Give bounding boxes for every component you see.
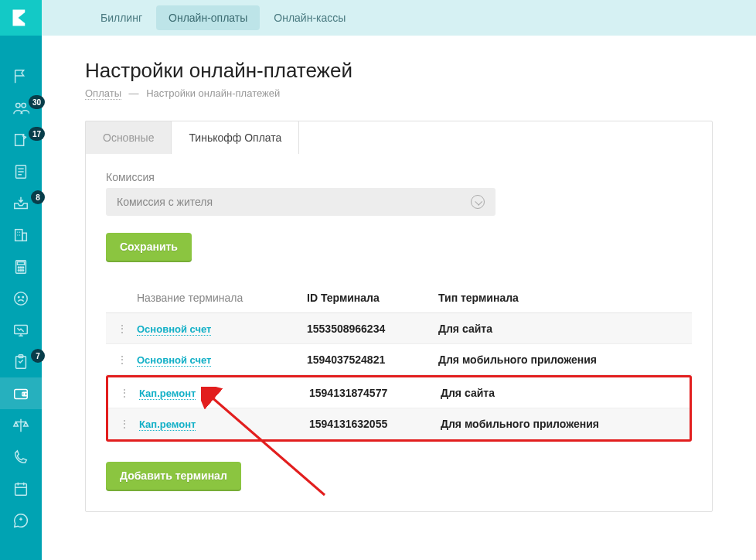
drag-handle-icon[interactable]: ⋮ (108, 418, 139, 430)
nav-item-phone[interactable] (0, 441, 42, 473)
svg-point-11 (20, 269, 22, 271)
nav-item-flag[interactable] (0, 60, 42, 92)
subtab-tinkoff[interactable]: Тинькофф Оплата (171, 121, 299, 154)
terminal-link[interactable]: Кап.ремонт (139, 418, 196, 431)
nav-item-sad-face[interactable] (0, 282, 42, 314)
terminal-link[interactable]: Основной счет (137, 323, 211, 336)
terminal-id: 1594131632055 (309, 418, 441, 430)
drag-handle-icon[interactable]: ⋮ (108, 387, 139, 399)
nav-badge-inbox: 8 (31, 190, 45, 204)
nav-item-calculator[interactable] (0, 251, 42, 282)
commission-value: Комиссия с жителя (117, 196, 213, 208)
nav-item-wallet[interactable] (0, 377, 42, 409)
nav-badge-clipboard: 7 (31, 349, 45, 363)
topbar: Биллинг Онлайн-оплаты Онлайн-кассы (42, 0, 756, 36)
page-title: Настройки онлайн-платежей (85, 59, 713, 83)
breadcrumb-current: Настройки онлайн-платежей (146, 87, 280, 99)
svg-point-21 (24, 393, 26, 394)
terminal-id: 1553508966234 (307, 323, 438, 335)
table-row: ⋮ Основной счет 1553508966234 Для сайта (106, 313, 692, 344)
nav-item-clipboard[interactable]: 7 (0, 346, 42, 377)
svg-rect-6 (17, 261, 24, 265)
terminals-table: Название терминала ID Терминала Тип терм… (106, 282, 692, 442)
nav-item-edit[interactable]: 17 (0, 124, 42, 155)
terminal-id: 1594131874577 (309, 387, 441, 399)
svg-rect-22 (15, 483, 27, 495)
highlight-frame: ⋮ Кап.ремонт 1594131874577 Для сайта ⋮ К… (106, 375, 692, 442)
card-body: Комиссия Комиссия с жителя Сохранить Наз… (86, 155, 712, 511)
nav-badge-users: 30 (29, 95, 45, 109)
nav-item-inbox[interactable]: 8 (0, 187, 42, 219)
col-name: Название терминала (137, 292, 307, 304)
svg-point-7 (18, 267, 19, 268)
commission-select[interactable]: Комиссия с жителя (106, 188, 495, 216)
terminal-type: Для сайта (441, 387, 690, 399)
nav-item-document[interactable] (0, 155, 42, 187)
col-type: Тип терминала (438, 292, 692, 304)
breadcrumb-sep: — (129, 87, 139, 99)
svg-point-15 (22, 296, 23, 297)
logo[interactable] (0, 0, 42, 36)
add-terminal-button[interactable]: Добавить терминал (106, 462, 241, 490)
nav-item-chat[interactable] (0, 504, 42, 536)
commission-label: Комиссия (106, 171, 692, 183)
save-button[interactable]: Сохранить (106, 233, 192, 261)
drag-handle-icon[interactable]: ⋮ (106, 353, 137, 366)
svg-point-10 (18, 269, 19, 271)
svg-point-13 (15, 292, 28, 305)
drag-handle-icon[interactable]: ⋮ (106, 323, 137, 335)
terminal-id: 1594037524821 (307, 353, 438, 366)
table-row: ⋮ Кап.ремонт 1594131632055 Для мобильног… (108, 408, 690, 439)
table-row: ⋮ Кап.ремонт 1594131874577 Для сайта (108, 377, 690, 408)
settings-card: Основные Тинькофф Оплата Комиссия Комисс… (85, 121, 713, 512)
svg-point-12 (22, 269, 24, 271)
nav-item-users[interactable]: 30 (0, 92, 42, 124)
subtabs: Основные Тинькофф Оплата (85, 121, 298, 154)
svg-point-0 (16, 103, 20, 108)
terminal-type: Для мобильного приложения (441, 418, 690, 430)
svg-rect-3 (15, 229, 22, 241)
svg-point-9 (22, 267, 24, 268)
table-row: ⋮ Основной счет 1594037524821 Для мобиль… (106, 344, 692, 375)
subtab-main[interactable]: Основные (85, 121, 172, 154)
sidebar: 30 17 8 7 (0, 0, 42, 560)
nav-item-building[interactable] (0, 219, 42, 251)
toptab-billing[interactable]: Биллинг (88, 5, 155, 30)
col-id: ID Терминала (307, 292, 438, 304)
nav-item-scales[interactable] (0, 409, 42, 441)
svg-point-8 (20, 267, 22, 268)
terminal-type: Для сайта (438, 323, 692, 335)
breadcrumb-root[interactable]: Оплаты (85, 87, 121, 100)
terminal-link[interactable]: Кап.ремонт (139, 388, 196, 400)
breadcrumb: Оплаты — Настройки онлайн-платежей (85, 87, 713, 99)
terminal-link[interactable]: Основной счет (137, 354, 211, 367)
nav-item-calendar[interactable] (0, 473, 42, 504)
svg-point-1 (22, 103, 26, 108)
toptab-online-payments[interactable]: Онлайн-оплаты (156, 5, 260, 30)
svg-point-14 (19, 296, 19, 297)
sidebar-nav: 30 17 8 7 (0, 36, 42, 536)
main-content: Настройки онлайн-платежей Оплаты — Настр… (42, 36, 756, 560)
nav-badge-edit: 17 (29, 127, 45, 141)
terminal-type: Для мобильного приложения (438, 353, 692, 366)
toptab-online-cashboxes[interactable]: Онлайн-кассы (261, 5, 358, 30)
nav-item-monitor[interactable] (0, 314, 42, 346)
svg-rect-4 (22, 233, 27, 241)
chevron-down-icon (471, 195, 485, 209)
table-header: Название терминала ID Терминала Тип терм… (106, 282, 692, 313)
